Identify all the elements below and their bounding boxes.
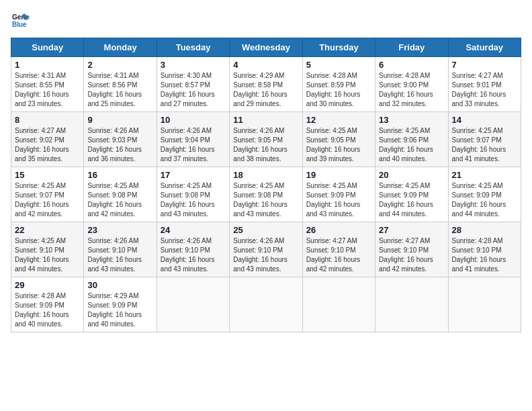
calendar-cell: 2Sunrise: 4:31 AMSunset: 8:56 PMDaylight… [84,57,157,112]
day-info: Sunrise: 4:25 AMSunset: 9:09 PMDaylight:… [306,181,371,219]
calendar-cell [302,277,375,332]
day-info: Sunrise: 4:26 AMSunset: 9:04 PMDaylight:… [161,126,226,164]
logo: General Blue [11,11,32,30]
day-info: Sunrise: 4:28 AMSunset: 9:10 PMDaylight:… [452,236,517,274]
calendar-cell: 28Sunrise: 4:28 AMSunset: 9:10 PMDayligh… [448,222,521,277]
calendar-cell: 24Sunrise: 4:26 AMSunset: 9:10 PMDayligh… [157,222,229,277]
calendar-table: SundayMondayTuesdayWednesdayThursdayFrid… [11,38,521,332]
day-info: Sunrise: 4:27 AMSunset: 9:01 PMDaylight:… [452,71,517,109]
day-number: 7 [452,60,517,70]
calendar-cell: 20Sunrise: 4:25 AMSunset: 9:09 PMDayligh… [375,167,448,222]
weekday-header-monday: Monday [84,38,157,57]
day-number: 17 [161,170,226,180]
day-number: 24 [161,225,226,235]
day-number: 1 [15,60,80,70]
day-info: Sunrise: 4:25 AMSunset: 9:06 PMDaylight:… [379,126,444,164]
calendar-header: SundayMondayTuesdayWednesdayThursdayFrid… [11,38,521,57]
day-info: Sunrise: 4:26 AMSunset: 9:10 PMDaylight:… [233,236,298,274]
day-number: 18 [233,170,298,180]
calendar-cell: 3Sunrise: 4:30 AMSunset: 8:57 PMDaylight… [157,57,229,112]
calendar-cell: 30Sunrise: 4:29 AMSunset: 9:09 PMDayligh… [84,277,157,332]
day-number: 29 [15,280,80,290]
calendar-cell: 16Sunrise: 4:25 AMSunset: 9:08 PMDayligh… [84,167,157,222]
day-info: Sunrise: 4:25 AMSunset: 9:07 PMDaylight:… [15,181,80,219]
day-number: 8 [15,115,80,125]
day-info: Sunrise: 4:28 AMSunset: 9:00 PMDaylight:… [379,71,444,109]
day-number: 25 [233,225,298,235]
day-info: Sunrise: 4:25 AMSunset: 9:09 PMDaylight:… [452,181,517,219]
day-info: Sunrise: 4:26 AMSunset: 9:03 PMDaylight:… [87,126,152,164]
calendar-cell: 21Sunrise: 4:25 AMSunset: 9:09 PMDayligh… [448,167,521,222]
day-info: Sunrise: 4:25 AMSunset: 9:08 PMDaylight:… [87,181,152,219]
day-info: Sunrise: 4:25 AMSunset: 9:08 PMDaylight:… [161,181,226,219]
day-info: Sunrise: 4:30 AMSunset: 8:57 PMDaylight:… [161,71,226,109]
logo-icon: General Blue [11,11,30,30]
calendar-week-5: 29Sunrise: 4:28 AMSunset: 9:09 PMDayligh… [11,277,521,332]
calendar-cell: 17Sunrise: 4:25 AMSunset: 9:08 PMDayligh… [157,167,229,222]
day-number: 30 [87,280,152,290]
day-number: 9 [87,115,152,125]
day-info: Sunrise: 4:27 AMSunset: 9:10 PMDaylight:… [379,236,444,274]
day-info: Sunrise: 4:27 AMSunset: 9:02 PMDaylight:… [15,126,80,164]
day-number: 12 [306,115,371,125]
weekday-header-saturday: Saturday [448,38,521,57]
day-number: 3 [161,60,226,70]
calendar-cell: 13Sunrise: 4:25 AMSunset: 9:06 PMDayligh… [375,112,448,167]
calendar-cell: 12Sunrise: 4:25 AMSunset: 9:05 PMDayligh… [302,112,375,167]
calendar-cell: 7Sunrise: 4:27 AMSunset: 9:01 PMDaylight… [448,57,521,112]
day-number: 14 [452,115,517,125]
day-number: 2 [87,60,152,70]
day-number: 6 [379,60,444,70]
weekday-header-wednesday: Wednesday [230,38,302,57]
calendar-cell: 27Sunrise: 4:27 AMSunset: 9:10 PMDayligh… [375,222,448,277]
calendar-week-4: 22Sunrise: 4:25 AMSunset: 9:10 PMDayligh… [11,222,521,277]
day-info: Sunrise: 4:25 AMSunset: 9:09 PMDaylight:… [379,181,444,219]
calendar-week-3: 15Sunrise: 4:25 AMSunset: 9:07 PMDayligh… [11,167,521,222]
day-info: Sunrise: 4:29 AMSunset: 8:58 PMDaylight:… [233,71,298,109]
day-number: 26 [306,225,371,235]
day-number: 15 [15,170,80,180]
day-number: 13 [379,115,444,125]
day-info: Sunrise: 4:25 AMSunset: 9:08 PMDaylight:… [233,181,298,219]
day-number: 22 [15,225,80,235]
weekday-header-row: SundayMondayTuesdayWednesdayThursdayFrid… [11,38,521,57]
calendar-cell [375,277,448,332]
day-info: Sunrise: 4:25 AMSunset: 9:10 PMDaylight:… [15,236,80,274]
day-info: Sunrise: 4:31 AMSunset: 8:55 PMDaylight:… [15,71,80,109]
calendar-cell [448,277,521,332]
weekday-header-friday: Friday [375,38,448,57]
day-number: 28 [452,225,517,235]
day-info: Sunrise: 4:28 AMSunset: 9:09 PMDaylight:… [15,291,80,329]
day-info: Sunrise: 4:26 AMSunset: 9:10 PMDaylight:… [87,236,152,274]
calendar-cell: 10Sunrise: 4:26 AMSunset: 9:04 PMDayligh… [157,112,229,167]
calendar-cell: 25Sunrise: 4:26 AMSunset: 9:10 PMDayligh… [230,222,302,277]
calendar-cell: 18Sunrise: 4:25 AMSunset: 9:08 PMDayligh… [230,167,302,222]
day-number: 27 [379,225,444,235]
day-number: 16 [87,170,152,180]
day-info: Sunrise: 4:25 AMSunset: 9:05 PMDaylight:… [306,126,371,164]
calendar-week-2: 8Sunrise: 4:27 AMSunset: 9:02 PMDaylight… [11,112,521,167]
calendar-cell: 11Sunrise: 4:26 AMSunset: 9:05 PMDayligh… [230,112,302,167]
calendar-cell: 19Sunrise: 4:25 AMSunset: 9:09 PMDayligh… [302,167,375,222]
calendar-body: 1Sunrise: 4:31 AMSunset: 8:55 PMDaylight… [11,57,521,332]
weekday-header-sunday: Sunday [11,38,84,57]
calendar-cell [230,277,302,332]
calendar-cell: 6Sunrise: 4:28 AMSunset: 9:00 PMDaylight… [375,57,448,112]
day-number: 11 [233,115,298,125]
calendar-cell: 5Sunrise: 4:28 AMSunset: 8:59 PMDaylight… [302,57,375,112]
calendar-cell: 23Sunrise: 4:26 AMSunset: 9:10 PMDayligh… [84,222,157,277]
day-number: 20 [379,170,444,180]
day-number: 23 [87,225,152,235]
day-number: 19 [306,170,371,180]
weekday-header-tuesday: Tuesday [157,38,229,57]
day-info: Sunrise: 4:28 AMSunset: 8:59 PMDaylight:… [306,71,371,109]
day-number: 21 [452,170,517,180]
calendar-cell: 8Sunrise: 4:27 AMSunset: 9:02 PMDaylight… [11,112,84,167]
calendar-cell: 22Sunrise: 4:25 AMSunset: 9:10 PMDayligh… [11,222,84,277]
day-info: Sunrise: 4:27 AMSunset: 9:10 PMDaylight:… [306,236,371,274]
calendar-cell: 1Sunrise: 4:31 AMSunset: 8:55 PMDaylight… [11,57,84,112]
day-info: Sunrise: 4:29 AMSunset: 9:09 PMDaylight:… [87,291,152,329]
calendar-cell: 29Sunrise: 4:28 AMSunset: 9:09 PMDayligh… [11,277,84,332]
calendar-cell: 26Sunrise: 4:27 AMSunset: 9:10 PMDayligh… [302,222,375,277]
page-header: General Blue [11,11,521,30]
